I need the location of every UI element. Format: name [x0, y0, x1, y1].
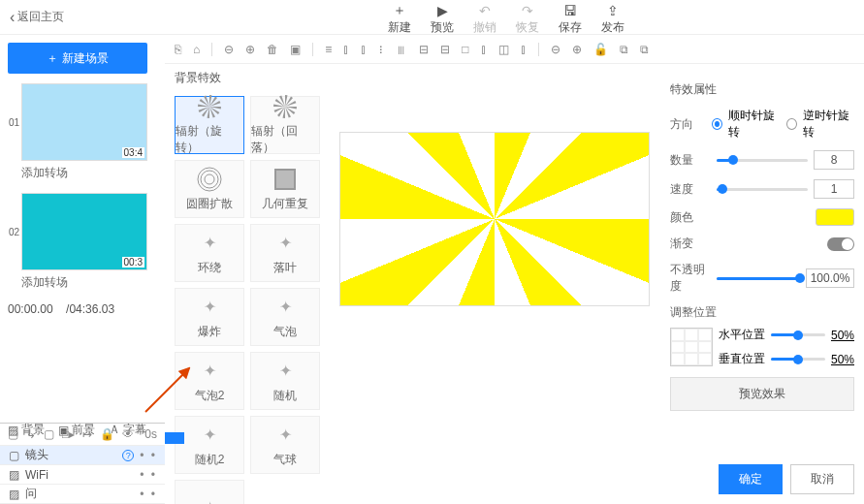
vpos-slider[interactable]	[771, 358, 825, 361]
toolbar-icon[interactable]: ⎘	[175, 43, 181, 56]
fx-item-随机2[interactable]: ✦随机2	[175, 416, 244, 474]
ok-button[interactable]: 确定	[719, 464, 783, 494]
top-action-预览[interactable]: ▶预览	[431, 3, 454, 36]
toolbar-icon[interactable]: ⫿	[361, 43, 367, 56]
sunburst-graphic	[340, 133, 649, 305]
opacity-slider[interactable]	[717, 277, 800, 280]
toolbar-icon[interactable]: ◫	[498, 43, 509, 56]
position-grid[interactable]	[670, 328, 713, 366]
props-title: 特效属性	[670, 81, 854, 98]
track-menu[interactable]: • •	[140, 468, 157, 482]
scene-item[interactable]: 0103:4添加转场	[8, 83, 147, 185]
speed-value[interactable]: 1	[814, 179, 854, 199]
radio-clockwise[interactable]	[712, 118, 722, 130]
top-action-保存[interactable]: 🖫保存	[559, 3, 582, 36]
toolbar-icon[interactable]: ⫼	[396, 43, 407, 56]
fx-item-辐射（旋转）[interactable]: 辐射（旋转）	[175, 96, 244, 154]
toolbar-icon[interactable]: ⫶	[378, 43, 384, 56]
toolbar-icon[interactable]: 🔓	[593, 43, 608, 56]
timeline-info: 00:00.00 /04:36.03	[8, 302, 147, 316]
count-slider[interactable]	[717, 159, 808, 162]
cancel-button[interactable]: 取消	[790, 464, 854, 494]
scene-thumb[interactable]: 0103:4	[21, 83, 147, 161]
track-menu[interactable]: • •	[140, 488, 157, 501]
toolbar-icon[interactable]: ≡	[325, 43, 332, 56]
add-scene-button[interactable]: ＋ 新建场景	[8, 43, 147, 74]
scene-thumb[interactable]: 0200:3	[21, 193, 147, 270]
fx-label: 圆圈扩散	[186, 196, 233, 212]
fx-item-blank[interactable]: ✦	[175, 480, 244, 504]
track-menu[interactable]: • •	[140, 449, 157, 462]
help-icon[interactable]: ?	[122, 450, 134, 461]
toolbar-icon[interactable]: ⫿	[521, 43, 527, 56]
fx-item-随机[interactable]: ✦随机	[250, 352, 320, 410]
scene-item[interactable]: 0200:3添加转场	[8, 193, 147, 295]
dialog-buttons: 确定 取消	[719, 464, 854, 494]
add-transition[interactable]: 添加转场	[21, 270, 147, 295]
vpos-label: 垂直位置	[719, 351, 765, 367]
toolbar-icon[interactable]: ⌂	[193, 43, 200, 56]
track-tool-icon[interactable]: 🔒	[100, 427, 114, 441]
track-tool-icon[interactable]: ↳	[26, 427, 36, 441]
top-action-新建[interactable]: ＋新建	[388, 3, 411, 36]
fx-label: 环绕	[198, 260, 221, 276]
color-swatch[interactable]	[816, 208, 854, 226]
toolbar-icon[interactable]: ⧉	[620, 43, 628, 56]
svg-rect-4	[276, 171, 294, 188]
toolbar-icon[interactable]: 🗑	[267, 43, 278, 56]
left-panel: ＋ 新建场景 0103:4添加转场0200:3添加转场 00:00.00 /04…	[0, 35, 155, 504]
fx-label: 气泡	[273, 324, 297, 340]
preview-effect-button[interactable]: 预览效果	[670, 377, 854, 411]
toolbar-icon[interactable]: ⊟	[419, 43, 429, 56]
add-transition[interactable]: 添加转场	[21, 161, 147, 185]
fx-item-落叶[interactable]: ✦落叶	[250, 224, 320, 282]
toolbar-icon[interactable]: ⫿	[481, 43, 487, 56]
track-row[interactable]: ▢镜头?• •	[0, 446, 165, 465]
total-time: /04:36.03	[66, 302, 114, 316]
track-tool-icon[interactable]: ▢	[8, 427, 18, 441]
toolbar-icon[interactable]: ⊕	[245, 43, 255, 56]
track-tool-icon[interactable]: □▸	[62, 427, 75, 441]
track-row[interactable]: ▨问• •	[0, 485, 165, 504]
track-tool-icon[interactable]: 👁	[122, 427, 134, 441]
back-link[interactable]: 返回主页	[10, 9, 64, 26]
speed-slider[interactable]	[717, 188, 808, 191]
fx-label: 气泡2	[195, 388, 225, 404]
fx-icon: ✦	[197, 359, 222, 384]
toolbar-icon[interactable]: □	[462, 43, 468, 56]
radio-anticlockwise[interactable]	[786, 118, 797, 130]
fx-item-气泡2[interactable]: ✦气泡2	[175, 352, 244, 410]
toolbar-icon[interactable]: ▣	[290, 43, 301, 56]
count-value[interactable]: 8	[814, 150, 854, 170]
fx-label: 随机	[273, 388, 297, 404]
fx-item-气泡[interactable]: ✦气泡	[250, 288, 320, 346]
toolbar-icon[interactable]: ⊖	[224, 43, 234, 56]
新建-icon: ＋	[393, 3, 406, 18]
toolbar-icon[interactable]: ⫿	[343, 43, 349, 56]
gradient-toggle[interactable]	[827, 237, 854, 251]
fx-item-爆炸[interactable]: ✦爆炸	[175, 288, 244, 346]
fx-item-几何重复[interactable]: 几何重复	[250, 160, 320, 218]
toolbar-icon[interactable]: ⊟	[440, 43, 450, 56]
track-tool-icon[interactable]: ↦	[82, 427, 92, 441]
fx-icon: ✦	[272, 423, 298, 448]
恢复-icon: ↷	[522, 3, 533, 18]
toolbar-icon[interactable]: ⊖	[551, 43, 560, 56]
track-tool-icon[interactable]: ▢	[44, 427, 54, 441]
scene-duration: 03:4	[122, 147, 144, 158]
fx-item-气球[interactable]: ✦气球	[250, 416, 320, 474]
fx-item-圆圈扩散[interactable]: 圆圈扩散	[175, 160, 244, 218]
svg-point-1	[201, 171, 218, 188]
hpos-slider[interactable]	[771, 333, 825, 336]
发布-icon: ⇪	[607, 3, 619, 18]
fx-item-环绕[interactable]: ✦环绕	[175, 224, 244, 282]
top-action-发布[interactable]: ⇪发布	[601, 3, 624, 36]
opacity-value[interactable]: 100.0%	[806, 268, 854, 288]
track-row[interactable]: ▨WiFi• •	[0, 465, 165, 485]
toolbar-icon[interactable]: ⊕	[572, 43, 582, 56]
direction-label: 方向	[670, 116, 706, 133]
fx-item-辐射（回落）[interactable]: 辐射（回落）	[250, 96, 320, 154]
toolbar-icon[interactable]: ⧉	[640, 43, 649, 56]
track-name: 问	[25, 486, 134, 502]
timeline-clip[interactable]	[165, 432, 184, 444]
